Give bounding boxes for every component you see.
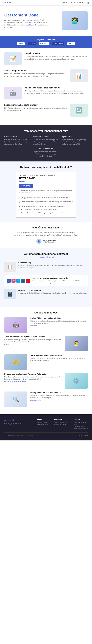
footer-contact-email[interactable]: info@passad.se [37,422,48,423]
client-logo-3: KARLSHAMN [52,42,64,45]
develop-content-4: SEO-optimera din site och innehåll Vi hj… [30,392,88,401]
develop-card-link-0[interactable]: Läs mer om AI [30,325,39,326]
feature-title-4: Löpande innehåll är bästa strategin [4,104,68,106]
service-feature-1: ✓ Innehållsproduktion - Vi producerar in… [19,200,73,205]
service-features-list: ✓ Innehållsstrategi - En genomlysning oc… [19,196,73,214]
automate-icon-0: 📋 [4,262,16,272]
social-icon-linkedin: 💼 [21,279,25,283]
testimonial-title: Vad våra kunder säger [4,226,88,229]
automate-step-title-1: Leverans och publicering [18,289,87,291]
develop-card-title-0: Använd AI i din innehållsproduktion [30,317,88,319]
feature-text-1: Innehåll är svårt Att skapa bra innehåll… [24,52,88,60]
feature-text-2: Vad är riktiga resultat? Vi skapar inneh… [4,70,68,77]
footer-contact-phone[interactable]: +46 70 000 00 00 [37,424,48,425]
hero-heading: Get Content Done [4,13,50,18]
footer-service-3[interactable]: Marketing Automation [74,428,88,429]
develop-card-desc-1: Med rätt innehållsstrategi kan ni öka er… [4,339,62,343]
develop-card-link-2[interactable]: Läs mer [30,362,35,364]
social-icon-web: 🌐 [7,279,11,283]
testimonial-section: Vad våra kunder säger Vi är mycket nöjda… [0,222,92,248]
who-card-title-0: Klickspararen [4,136,30,138]
client-logo-2: OMFLNING [39,42,50,45]
logo: passad [3,2,12,4]
testimonial-author: 👤 Namn Efternamn VD, Företag AB [4,239,88,244]
feature-title-3: Innehåll ska byggas med data och AI [24,86,88,89]
nav-link-blogg[interactable]: Blogg [85,2,89,4]
feature-title-2: Vad är riktiga resultat? [4,70,68,72]
footer-address-zip: 113 56 Stockholm [54,424,68,425]
feature-text-4: Löpande innehåll är bästa strategin Med … [4,104,68,112]
develop-card-4: 🔍 SEO-optimera din site och innehåll Vi … [4,392,88,407]
footer-service-1[interactable]: SEO [74,424,88,425]
feature-desc-2: Vi skapar innehåll som genererar leads o… [4,72,68,77]
develop-card-desc-4: Vi hjälper er att optimera er site och e… [30,394,88,399]
hero-image: 👩‍💻 [62,11,88,30]
develop-card-title-2: Leadsgenerering och lead-nurturing [30,354,88,356]
develop-image-2: 🤝 [4,354,27,370]
footer-col-0: Kontakt info@passad.se +46 70 000 00 00 [37,419,48,430]
footer-top: passad Innehållsautomatisering för moder… [4,419,88,430]
develop-card-title-4: SEO-optimera din site och innehåll [30,392,88,394]
feature-desc-3: Med hjälp av data och AI kan vi skapa in… [24,90,88,94]
automate-step-title-0: Datainsamling [18,262,88,264]
feature-title-1: Innehåll är svårt [24,52,88,54]
automate-text-1: Leverans och publicering Vi levererar fä… [18,289,87,294]
who-card-1: Nystartaren Vi passar för startups och n… [62,136,88,145]
features-section: 📝 Innehåll är svårt Att skapa bra innehå… [0,48,92,125]
footer-col-title-0: Kontakt [37,419,48,420]
develop-card-link-1[interactable]: Läs mer [4,344,10,345]
automate-icon-1: 🗄️ [4,289,16,299]
develop-image-4: 🔍 [4,392,27,407]
clients-logos: kvdbil GR ECN OMFLNING KARLSHAMN KU.se [4,42,88,45]
nav-link-kontakt[interactable]: Kontakt [77,2,83,4]
automate-motor-title: Passads automatiserade motor för innehål… [32,278,85,280]
develop-content-0: Använd AI i din innehållsproduktion Vi h… [30,317,88,327]
client-logo-1: GR ECN [28,42,36,45]
footer-service-0[interactable]: Content Automation [74,422,88,423]
avatar: 👤 [36,239,41,244]
footer-service-2[interactable]: Lead Generation [74,426,88,427]
check-icon-4: ✓ [19,212,20,214]
cta-button[interactable]: Kom igång [19,184,33,188]
who-card-title-2: Innehållsillaren [32,148,60,150]
footer-col-1: Stockholm Birger Jarlsgatan 57C 113 56 S… [54,419,68,430]
service-heading: TESTA GRATIS [19,177,73,180]
footer-address-street: Birger Jarlsgatan 57C [54,422,68,423]
who-card-title-middle: Marknadsbolaren [33,136,59,138]
footer-copyright: © 2024 Passad AB. Alla rättigheter förbe… [4,434,34,436]
develop-card-1: 👨‍💼 Tjäna på att lyssla för djupa klick … [4,336,88,352]
automate-step-0: 📋 Datainsamling Vi samlar in data om er … [4,262,88,272]
develop-card-desc-2: Vi hjälper er att skapa innehåll som gen… [30,357,88,362]
nav-link-om[interactable]: Om oss [70,2,75,4]
hero-description: Passad är ett Tailored Content-automatis… [4,19,50,28]
who-card-text-1: Vi passar för startups och nya företag s… [62,139,88,145]
feature-illustration-2: 📊 [70,70,88,82]
nav-links: Tjänster Om oss Kontakt Blogg [62,2,89,4]
service-feature-4: ✓ Analys och rapportering - Vi följer up… [19,211,73,214]
author-info: Namn Efternamn VD, Företag AB [43,240,56,243]
feature-text-3: Innehåll ska byggas med data och AI Med … [24,86,88,94]
who-card-text-0: Vi passar för företag som vill ha mer tr… [4,139,30,145]
automate-motor-text: Passads automatiserade motor för innehål… [32,278,85,284]
social-icon-instagram: 📷 [12,279,16,283]
develop-card-link-4[interactable]: Läs mer om SEO [30,399,41,401]
hero-section: Get Content Done Passad är ett Tailored … [0,6,92,36]
nav-link-tjanster[interactable]: Tjänster [62,2,67,4]
check-icon-3: ✓ [19,209,20,211]
who-card-text-middle: Vi passar för marknadsavdelningar som vi… [33,139,59,145]
develop-content-2: Leadsgenerering och lead-nurturing Vi hj… [30,354,88,364]
feature-desc-4: Med Passad publicerar ni nytt innehåll r… [4,107,68,112]
footer-policy-link[interactable]: Integritetspolicy [78,434,88,436]
footer-cols: Kontakt info@passad.se +46 70 000 00 00 … [37,419,88,430]
develop-card-link-3[interactable]: Läs mer om Marketing Automation [4,381,26,382]
footer-col-title-1: Stockholm [54,419,68,420]
who-grid: Klickspararen Vi passar för företag som … [4,136,88,145]
social-icons-row: 🌐 📷 🐦 💼 📌 [7,279,30,283]
client-logo-0: kvdbil [17,42,25,45]
develop-image-1: 👨‍💼 [65,336,88,352]
automate-section: Automatisera dina innehållsstrategi – så… [0,248,92,307]
develop-title: Utvecklas med oss [4,311,88,314]
develop-card-desc-3: Med Marketing Automation kan ni fokusera… [4,376,62,380]
service-feature-3: ✓ SEO-optimering - Vi optimerar ert inne… [19,208,73,211]
feature-desc-1: Att skapa bra innehåll kräver både kreat… [24,56,88,60]
